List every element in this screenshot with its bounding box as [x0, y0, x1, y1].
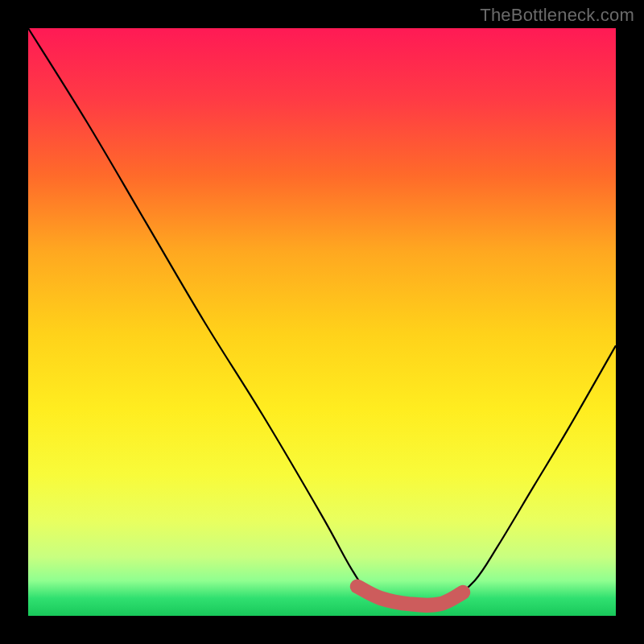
watermark-text: TheBottleneck.com [480, 5, 634, 26]
bottleneck-curve [28, 28, 616, 605]
optimal-zone-highlight [357, 587, 463, 605]
chart-plot-area [28, 28, 616, 616]
chart-frame: TheBottleneck.com [0, 0, 644, 644]
chart-svg [28, 28, 616, 616]
